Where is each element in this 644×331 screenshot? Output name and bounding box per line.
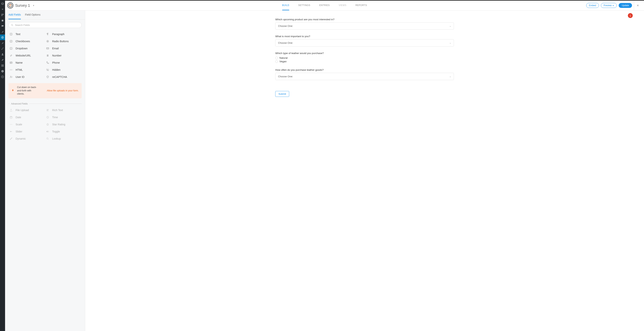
vertical-nav: D xyxy=(0,0,5,331)
svg-rect-3 xyxy=(2,15,2,16)
vnav-play[interactable] xyxy=(0,74,5,80)
promo-banner: Cut down on back-and-forth with clients.… xyxy=(8,83,82,98)
q4-select[interactable]: Choose One:⌄ xyxy=(275,73,454,80)
field-label: Scale xyxy=(16,123,22,126)
submit-button[interactable]: Submit xyxy=(275,91,289,97)
field-toggle[interactable]: Toggle xyxy=(45,128,82,135)
toggle-icon xyxy=(46,130,50,133)
svg-point-27 xyxy=(12,124,12,124)
field-link[interactable]: Website/URL xyxy=(8,52,45,59)
vnav-pin2[interactable] xyxy=(0,40,5,46)
svg-rect-20 xyxy=(10,62,12,64)
field-slider[interactable]: Slider xyxy=(8,128,45,135)
field-name[interactable]: Name xyxy=(8,59,45,66)
svg-rect-4 xyxy=(2,20,4,22)
vnav-comment[interactable] xyxy=(0,23,5,29)
field-shield[interactable]: reCAPTCHA xyxy=(45,73,82,80)
field-lookup[interactable]: Lookup xyxy=(45,135,82,142)
vnav-d[interactable]: D xyxy=(0,68,5,74)
sidebar-tab-add-fields[interactable]: Add Fields xyxy=(8,10,21,19)
tab-reports[interactable]: REPORTS xyxy=(356,0,367,10)
tab-entries[interactable]: ENTRIES xyxy=(319,0,330,10)
q3-label: Which type of leather would you purchase… xyxy=(275,52,454,54)
field-label: Paragraph xyxy=(52,33,64,36)
field-date[interactable]: Date xyxy=(8,114,45,121)
field-label: Star Rating xyxy=(52,123,65,126)
vnav-item-3[interactable] xyxy=(0,12,5,18)
preview-button[interactable]: Preview▼ xyxy=(601,3,617,8)
tab-settings[interactable]: SETTINGS xyxy=(298,0,310,10)
field-email[interactable]: Email xyxy=(45,45,82,52)
vnav-dashboard[interactable] xyxy=(0,1,5,6)
field-label: Lookup xyxy=(52,137,61,140)
svg-rect-2 xyxy=(3,14,4,15)
promo-link[interactable]: Allow file uploads in your form. xyxy=(47,89,78,92)
slider-icon xyxy=(9,130,13,133)
svg-point-6 xyxy=(2,53,3,54)
svg-rect-15 xyxy=(10,40,12,42)
svg-rect-19 xyxy=(46,48,49,49)
survey-title: Survey 1 xyxy=(15,4,30,8)
field-phone[interactable]: Phone xyxy=(45,59,82,66)
number-icon xyxy=(46,54,50,57)
q3-option-natural[interactable]: Natural xyxy=(275,56,454,60)
field-number[interactable]: Number xyxy=(45,52,82,59)
field-star[interactable]: Star Rating xyxy=(45,121,82,128)
vnav-pin[interactable] xyxy=(0,29,5,34)
close-button[interactable] xyxy=(634,0,641,10)
title-dropdown-icon[interactable]: ▼ xyxy=(33,4,34,6)
svg-point-25 xyxy=(10,124,10,124)
field-hidden[interactable]: Hidden xyxy=(45,66,82,73)
form-canvas: 1 Which upcoming product are you most in… xyxy=(85,10,644,331)
vnav-user[interactable] xyxy=(0,52,5,57)
paragraph-icon xyxy=(46,33,50,36)
sidebar-tab-field-options[interactable]: Field Options xyxy=(25,10,40,19)
vnav-item-4[interactable] xyxy=(0,18,5,23)
field-scale[interactable]: Scale xyxy=(8,121,45,128)
tab-views[interactable]: VIEWS xyxy=(339,0,346,10)
update-button[interactable]: Update xyxy=(619,3,632,8)
vnav-tool[interactable] xyxy=(0,57,5,63)
svg-point-30 xyxy=(47,131,48,132)
search-field[interactable] xyxy=(8,22,82,28)
tab-build[interactable]: BUILD xyxy=(282,0,289,10)
notification-badge[interactable]: 1 xyxy=(628,13,633,18)
dropdown-icon xyxy=(9,47,13,50)
text-icon: T xyxy=(9,33,13,36)
field-label: Hidden xyxy=(52,68,60,71)
field-label: Time xyxy=(52,116,58,119)
vnav-formbuilder[interactable] xyxy=(0,34,5,40)
field-dropdown[interactable]: Dropdown xyxy=(8,45,45,52)
embed-button[interactable]: Embed xyxy=(586,3,599,8)
vnav-brush[interactable] xyxy=(0,46,5,52)
q3-option-vegan[interactable]: Vegan xyxy=(275,60,454,63)
shield-icon xyxy=(46,76,50,78)
hidden-icon xyxy=(46,68,50,71)
promo-text: Cut down on back-and-forth with clients. xyxy=(17,86,38,96)
field-checkbox[interactable]: Checkboxes xyxy=(8,38,45,45)
q1-select[interactable]: Choose One:⌄ xyxy=(275,22,454,30)
email-icon xyxy=(46,47,50,50)
field-label: Email xyxy=(52,47,59,50)
field-label: Dropdown xyxy=(16,47,28,50)
field-upload[interactable]: File Upload xyxy=(8,106,45,114)
field-richtext[interactable]: Rich Text xyxy=(45,106,82,114)
richtext-icon xyxy=(46,109,50,112)
field-html[interactable]: HTML xyxy=(8,66,45,73)
vnav-item-2[interactable] xyxy=(0,6,5,12)
field-dynamic[interactable]: Dynamic xyxy=(8,135,45,142)
preview-label: Preview xyxy=(604,4,612,7)
field-user[interactable]: User ID xyxy=(8,73,45,80)
name-icon xyxy=(9,61,13,64)
field-paragraph[interactable]: Paragraph xyxy=(45,30,82,38)
vnav-plugin[interactable] xyxy=(0,63,5,68)
field-text[interactable]: TText xyxy=(8,30,45,38)
field-label: Website/URL xyxy=(16,54,31,57)
svg-text:D: D xyxy=(2,70,3,72)
field-radio[interactable]: Radio Buttons xyxy=(45,38,82,45)
q2-select[interactable]: Choose One:⌄ xyxy=(275,39,454,46)
field-time[interactable]: Time xyxy=(45,114,82,121)
lightning-icon xyxy=(12,89,14,92)
search-input[interactable] xyxy=(15,24,79,26)
svg-point-32 xyxy=(11,138,12,139)
